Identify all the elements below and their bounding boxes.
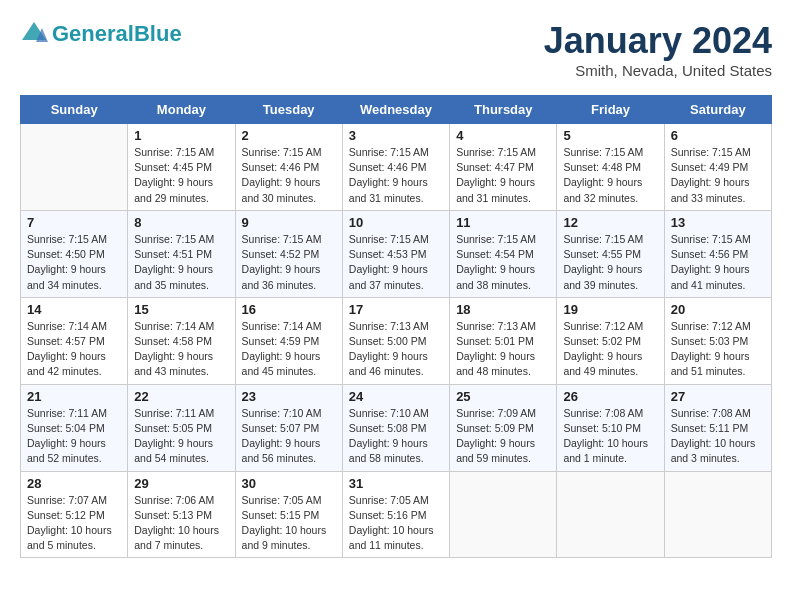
- day-number: 18: [456, 302, 550, 317]
- day-number: 2: [242, 128, 336, 143]
- day-number: 14: [27, 302, 121, 317]
- day-info: Sunrise: 7:08 AM Sunset: 5:10 PM Dayligh…: [563, 406, 657, 467]
- day-info: Sunrise: 7:15 AM Sunset: 4:49 PM Dayligh…: [671, 145, 765, 206]
- day-info: Sunrise: 7:15 AM Sunset: 4:45 PM Dayligh…: [134, 145, 228, 206]
- calendar-cell: 5Sunrise: 7:15 AM Sunset: 4:48 PM Daylig…: [557, 124, 664, 211]
- day-info: Sunrise: 7:15 AM Sunset: 4:55 PM Dayligh…: [563, 232, 657, 293]
- day-number: 5: [563, 128, 657, 143]
- calendar-cell: [557, 471, 664, 558]
- day-number: 24: [349, 389, 443, 404]
- day-info: Sunrise: 7:10 AM Sunset: 5:08 PM Dayligh…: [349, 406, 443, 467]
- calendar-cell: 25Sunrise: 7:09 AM Sunset: 5:09 PM Dayli…: [450, 384, 557, 471]
- calendar-cell: 7Sunrise: 7:15 AM Sunset: 4:50 PM Daylig…: [21, 210, 128, 297]
- column-header-thursday: Thursday: [450, 96, 557, 124]
- calendar-cell: 18Sunrise: 7:13 AM Sunset: 5:01 PM Dayli…: [450, 297, 557, 384]
- day-info: Sunrise: 7:08 AM Sunset: 5:11 PM Dayligh…: [671, 406, 765, 467]
- calendar-cell: 4Sunrise: 7:15 AM Sunset: 4:47 PM Daylig…: [450, 124, 557, 211]
- day-info: Sunrise: 7:14 AM Sunset: 4:57 PM Dayligh…: [27, 319, 121, 380]
- calendar-cell: 30Sunrise: 7:05 AM Sunset: 5:15 PM Dayli…: [235, 471, 342, 558]
- calendar-cell: 20Sunrise: 7:12 AM Sunset: 5:03 PM Dayli…: [664, 297, 771, 384]
- day-number: 3: [349, 128, 443, 143]
- calendar-cell: 15Sunrise: 7:14 AM Sunset: 4:58 PM Dayli…: [128, 297, 235, 384]
- day-number: 20: [671, 302, 765, 317]
- day-info: Sunrise: 7:06 AM Sunset: 5:13 PM Dayligh…: [134, 493, 228, 554]
- calendar-table: SundayMondayTuesdayWednesdayThursdayFrid…: [20, 95, 772, 558]
- day-number: 25: [456, 389, 550, 404]
- calendar-cell: 14Sunrise: 7:14 AM Sunset: 4:57 PM Dayli…: [21, 297, 128, 384]
- day-number: 23: [242, 389, 336, 404]
- day-number: 31: [349, 476, 443, 491]
- logo-line1: General: [52, 21, 134, 46]
- calendar-cell: 26Sunrise: 7:08 AM Sunset: 5:10 PM Dayli…: [557, 384, 664, 471]
- calendar-cell: 21Sunrise: 7:11 AM Sunset: 5:04 PM Dayli…: [21, 384, 128, 471]
- day-number: 9: [242, 215, 336, 230]
- day-info: Sunrise: 7:05 AM Sunset: 5:15 PM Dayligh…: [242, 493, 336, 554]
- day-number: 13: [671, 215, 765, 230]
- column-header-tuesday: Tuesday: [235, 96, 342, 124]
- day-number: 19: [563, 302, 657, 317]
- day-info: Sunrise: 7:14 AM Sunset: 4:58 PM Dayligh…: [134, 319, 228, 380]
- calendar-cell: 3Sunrise: 7:15 AM Sunset: 4:46 PM Daylig…: [342, 124, 449, 211]
- calendar-cell: 13Sunrise: 7:15 AM Sunset: 4:56 PM Dayli…: [664, 210, 771, 297]
- calendar-cell: 12Sunrise: 7:15 AM Sunset: 4:55 PM Dayli…: [557, 210, 664, 297]
- week-row-1: 1Sunrise: 7:15 AM Sunset: 4:45 PM Daylig…: [21, 124, 772, 211]
- column-header-monday: Monday: [128, 96, 235, 124]
- calendar-cell: 17Sunrise: 7:13 AM Sunset: 5:00 PM Dayli…: [342, 297, 449, 384]
- day-number: 16: [242, 302, 336, 317]
- calendar-cell: [21, 124, 128, 211]
- week-row-5: 28Sunrise: 7:07 AM Sunset: 5:12 PM Dayli…: [21, 471, 772, 558]
- day-number: 4: [456, 128, 550, 143]
- calendar-cell: 6Sunrise: 7:15 AM Sunset: 4:49 PM Daylig…: [664, 124, 771, 211]
- day-info: Sunrise: 7:11 AM Sunset: 5:05 PM Dayligh…: [134, 406, 228, 467]
- column-header-wednesday: Wednesday: [342, 96, 449, 124]
- day-number: 12: [563, 215, 657, 230]
- calendar-cell: 28Sunrise: 7:07 AM Sunset: 5:12 PM Dayli…: [21, 471, 128, 558]
- day-number: 21: [27, 389, 121, 404]
- title-block: January 2024 Smith, Nevada, United State…: [544, 20, 772, 79]
- day-info: Sunrise: 7:12 AM Sunset: 5:02 PM Dayligh…: [563, 319, 657, 380]
- day-info: Sunrise: 7:15 AM Sunset: 4:47 PM Dayligh…: [456, 145, 550, 206]
- day-info: Sunrise: 7:15 AM Sunset: 4:48 PM Dayligh…: [563, 145, 657, 206]
- column-header-sunday: Sunday: [21, 96, 128, 124]
- day-info: Sunrise: 7:15 AM Sunset: 4:46 PM Dayligh…: [349, 145, 443, 206]
- page-header: GeneralBlue January 2024 Smith, Nevada, …: [20, 20, 772, 79]
- day-number: 15: [134, 302, 228, 317]
- calendar-cell: 22Sunrise: 7:11 AM Sunset: 5:05 PM Dayli…: [128, 384, 235, 471]
- month-title: January 2024: [544, 20, 772, 62]
- day-number: 10: [349, 215, 443, 230]
- calendar-header: SundayMondayTuesdayWednesdayThursdayFrid…: [21, 96, 772, 124]
- calendar-cell: 31Sunrise: 7:05 AM Sunset: 5:16 PM Dayli…: [342, 471, 449, 558]
- day-info: Sunrise: 7:15 AM Sunset: 4:51 PM Dayligh…: [134, 232, 228, 293]
- day-info: Sunrise: 7:15 AM Sunset: 4:46 PM Dayligh…: [242, 145, 336, 206]
- calendar-cell: 10Sunrise: 7:15 AM Sunset: 4:53 PM Dayli…: [342, 210, 449, 297]
- day-number: 27: [671, 389, 765, 404]
- day-info: Sunrise: 7:15 AM Sunset: 4:50 PM Dayligh…: [27, 232, 121, 293]
- day-info: Sunrise: 7:12 AM Sunset: 5:03 PM Dayligh…: [671, 319, 765, 380]
- location: Smith, Nevada, United States: [544, 62, 772, 79]
- day-info: Sunrise: 7:13 AM Sunset: 5:01 PM Dayligh…: [456, 319, 550, 380]
- calendar-cell: 23Sunrise: 7:10 AM Sunset: 5:07 PM Dayli…: [235, 384, 342, 471]
- day-number: 29: [134, 476, 228, 491]
- day-info: Sunrise: 7:13 AM Sunset: 5:00 PM Dayligh…: [349, 319, 443, 380]
- day-info: Sunrise: 7:15 AM Sunset: 4:52 PM Dayligh…: [242, 232, 336, 293]
- calendar-cell: [450, 471, 557, 558]
- day-info: Sunrise: 7:14 AM Sunset: 4:59 PM Dayligh…: [242, 319, 336, 380]
- day-number: 28: [27, 476, 121, 491]
- week-row-3: 14Sunrise: 7:14 AM Sunset: 4:57 PM Dayli…: [21, 297, 772, 384]
- calendar-cell: [664, 471, 771, 558]
- header-row: SundayMondayTuesdayWednesdayThursdayFrid…: [21, 96, 772, 124]
- calendar-cell: 8Sunrise: 7:15 AM Sunset: 4:51 PM Daylig…: [128, 210, 235, 297]
- logo: GeneralBlue: [20, 20, 182, 48]
- day-info: Sunrise: 7:07 AM Sunset: 5:12 PM Dayligh…: [27, 493, 121, 554]
- calendar-cell: 9Sunrise: 7:15 AM Sunset: 4:52 PM Daylig…: [235, 210, 342, 297]
- logo-line2: Blue: [134, 21, 182, 46]
- calendar-cell: 11Sunrise: 7:15 AM Sunset: 4:54 PM Dayli…: [450, 210, 557, 297]
- day-number: 22: [134, 389, 228, 404]
- week-row-2: 7Sunrise: 7:15 AM Sunset: 4:50 PM Daylig…: [21, 210, 772, 297]
- day-number: 26: [563, 389, 657, 404]
- day-info: Sunrise: 7:11 AM Sunset: 5:04 PM Dayligh…: [27, 406, 121, 467]
- calendar-cell: 29Sunrise: 7:06 AM Sunset: 5:13 PM Dayli…: [128, 471, 235, 558]
- day-number: 1: [134, 128, 228, 143]
- day-number: 7: [27, 215, 121, 230]
- day-info: Sunrise: 7:09 AM Sunset: 5:09 PM Dayligh…: [456, 406, 550, 467]
